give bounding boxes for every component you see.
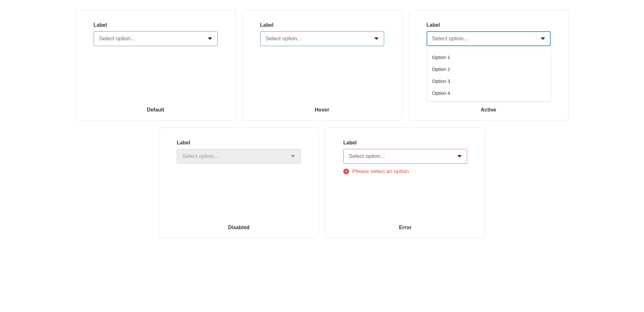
dropdown-option[interactable]: Option 1 bbox=[427, 51, 550, 63]
select-disabled: Select option... bbox=[177, 149, 301, 164]
dropdown-option[interactable]: Option 4 bbox=[427, 87, 550, 99]
chevron-down-icon bbox=[208, 37, 212, 40]
state-caption: Active bbox=[427, 107, 551, 113]
chevron-down-icon bbox=[291, 155, 295, 158]
select-placeholder: Select option... bbox=[349, 153, 385, 160]
select-hover[interactable]: Select option... bbox=[260, 31, 384, 46]
state-caption: Hover bbox=[260, 107, 384, 113]
dropdown-menu: Option 1 Option 2 Option 3 Option 4 bbox=[427, 49, 551, 101]
card-body: Label Select option... bbox=[177, 140, 301, 225]
select-error[interactable]: Select option... bbox=[343, 149, 467, 164]
state-card-error: Label Select option... i Please select a… bbox=[325, 127, 485, 239]
error-text: Please select an option bbox=[352, 168, 409, 175]
state-caption: Error bbox=[343, 225, 467, 230]
state-caption: Disabled bbox=[177, 225, 301, 230]
field-label: Label bbox=[427, 22, 551, 28]
error-message: i Please select an option bbox=[343, 168, 467, 175]
state-card-active: Label Select option... Option 1 Option 2… bbox=[409, 10, 569, 121]
select-placeholder: Select option... bbox=[182, 153, 218, 160]
card-body: Label Select option... Option 1 Option 2… bbox=[427, 22, 551, 107]
card-body: Label Select option... bbox=[94, 22, 218, 107]
error-icon: i bbox=[343, 169, 349, 174]
select-default[interactable]: Select option... bbox=[94, 31, 218, 46]
select-placeholder: Select option... bbox=[432, 35, 468, 42]
states-grid: Label Select option... Default Label Sel… bbox=[71, 10, 573, 239]
field-label: Label bbox=[94, 22, 218, 28]
select-active[interactable]: Select option... bbox=[427, 31, 551, 46]
dropdown-option[interactable]: Option 3 bbox=[427, 75, 550, 87]
dropdown-option[interactable]: Option 2 bbox=[427, 63, 550, 75]
state-card-hover: Label Select option... Hover bbox=[242, 10, 402, 121]
state-card-default: Label Select option... Default bbox=[76, 10, 236, 121]
field-label: Label bbox=[177, 140, 301, 146]
select-placeholder: Select option... bbox=[99, 35, 135, 42]
field-label: Label bbox=[343, 140, 467, 146]
state-caption: Default bbox=[94, 107, 218, 113]
field-label: Label bbox=[260, 22, 384, 28]
card-body: Label Select option... i Please select a… bbox=[343, 140, 467, 225]
chevron-down-icon bbox=[541, 37, 545, 40]
select-placeholder: Select option... bbox=[266, 35, 302, 42]
chevron-down-icon bbox=[374, 37, 379, 40]
chevron-down-icon bbox=[457, 155, 462, 158]
state-card-disabled: Label Select option... Disabled bbox=[159, 127, 319, 239]
card-body: Label Select option... bbox=[260, 22, 384, 107]
